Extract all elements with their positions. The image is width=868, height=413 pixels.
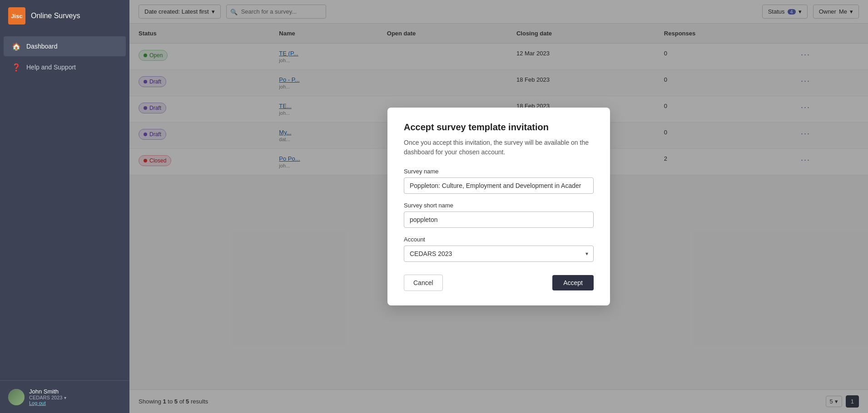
help-icon: ❓: [12, 63, 21, 72]
chevron-down-icon: ▾: [64, 395, 66, 400]
home-icon: 🏠: [12, 42, 21, 51]
sidebar: Jisc Online Surveys 🏠 Dashboard ❓ Help a…: [0, 0, 129, 413]
main-content: Date created: Latest first ▾ 🔍 Status 4 …: [129, 0, 868, 413]
survey-name-field: Survey name: [404, 168, 594, 202]
accept-invitation-modal: Accept survey template invitation Once y…: [387, 108, 610, 305]
sidebar-header: Jisc Online Surveys: [0, 0, 129, 32]
app-title: Online Surveys: [31, 12, 80, 20]
modal-actions: Cancel Accept: [404, 275, 594, 291]
user-name: John Smith: [29, 388, 66, 395]
survey-short-name-field: Survey short name: [404, 202, 594, 236]
user-info: John Smith CEDARS 2023 ▾ Log out: [29, 388, 66, 406]
sidebar-footer: John Smith CEDARS 2023 ▾ Log out: [0, 380, 129, 413]
survey-name-label: Survey name: [404, 168, 594, 175]
logout-link[interactable]: Log out: [29, 400, 66, 406]
survey-short-name-label: Survey short name: [404, 202, 594, 209]
sidebar-item-dashboard[interactable]: 🏠 Dashboard: [4, 36, 126, 56]
sidebar-nav: 🏠 Dashboard ❓ Help and Support: [0, 32, 129, 380]
survey-name-input[interactable]: [404, 177, 594, 194]
modal-description: Once you accept this invitation, the sur…: [404, 138, 594, 157]
sidebar-item-label-help: Help and Support: [26, 64, 76, 71]
modal-overlay[interactable]: Accept survey template invitation Once y…: [129, 0, 868, 413]
sidebar-item-help[interactable]: ❓ Help and Support: [4, 57, 126, 77]
accept-button[interactable]: Accept: [552, 275, 594, 290]
account-field: Account CEDARS 2023 ▾: [404, 236, 594, 262]
avatar: [8, 389, 25, 405]
account-select[interactable]: CEDARS 2023: [404, 246, 594, 262]
account-label: Account: [404, 236, 594, 243]
sidebar-item-label-dashboard: Dashboard: [26, 43, 58, 50]
survey-short-name-input[interactable]: [404, 211, 594, 228]
jisc-logo: Jisc: [8, 7, 25, 25]
cancel-button[interactable]: Cancel: [404, 275, 443, 291]
account-select-wrap: CEDARS 2023 ▾: [404, 246, 594, 262]
user-account: CEDARS 2023: [29, 395, 62, 400]
user-account-row[interactable]: CEDARS 2023 ▾: [29, 395, 66, 400]
modal-title: Accept survey template invitation: [404, 122, 594, 133]
